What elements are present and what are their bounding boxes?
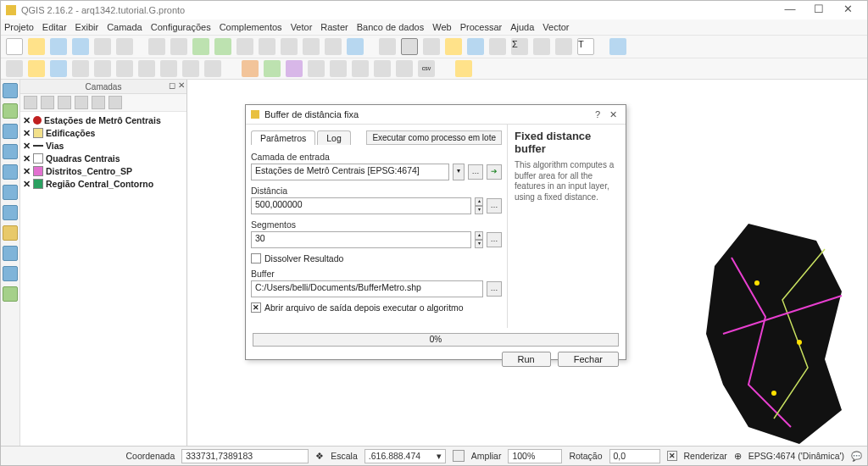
- layer-row[interactable]: ✕Vias: [22, 139, 185, 152]
- add-postgis-icon[interactable]: [3, 124, 18, 139]
- menu-exibir[interactable]: Exibir: [75, 22, 99, 32]
- menu-web[interactable]: Web: [432, 22, 451, 32]
- menu-editar[interactable]: Editar: [42, 22, 67, 32]
- menu-banco[interactable]: Banco de dados: [357, 22, 425, 32]
- maximize-button[interactable]: ☐: [804, 3, 833, 18]
- layer-row[interactable]: ✕Região Central_Contorno: [22, 177, 185, 190]
- new-memory-icon[interactable]: [3, 286, 18, 302]
- node-icon[interactable]: [116, 60, 133, 77]
- python-icon[interactable]: [455, 60, 472, 77]
- segments-options-button[interactable]: …: [487, 232, 502, 247]
- new-icon[interactable]: [6, 38, 23, 55]
- scale-lock-icon[interactable]: [453, 450, 465, 462]
- menu-camada[interactable]: Camada: [107, 22, 142, 32]
- add-csv-icon[interactable]: [3, 225, 18, 241]
- close-dialog-button[interactable]: Fechar: [558, 352, 619, 367]
- zoom-full-icon[interactable]: [236, 38, 253, 55]
- panel-undock-icon[interactable]: ◻ ✕: [169, 80, 185, 90]
- rotation-field[interactable]: 0,0: [609, 449, 660, 463]
- input-layer-select[interactable]: Estações de Metrô Centrais [EPSG:4674]: [251, 164, 449, 180]
- help-icon[interactable]: [609, 38, 626, 55]
- input-layer-dropdown-icon[interactable]: ▾: [453, 164, 465, 180]
- delete-icon[interactable]: [138, 60, 155, 77]
- layer-row[interactable]: ✕Estações de Metrô Centrais: [22, 114, 185, 126]
- tool-icon[interactable]: [555, 38, 572, 55]
- add-wcs-icon[interactable]: [3, 185, 18, 200]
- refresh-icon[interactable]: [347, 38, 364, 55]
- layer-visibility-icon[interactable]: ✕: [22, 153, 31, 164]
- save-edits-icon[interactable]: [50, 60, 67, 77]
- layer-visibility-icon[interactable]: ✕: [22, 128, 31, 138]
- minimize-button[interactable]: —: [776, 3, 804, 18]
- new-shapefile-icon[interactable]: [3, 246, 18, 261]
- layer-icon[interactable]: [374, 60, 391, 77]
- cut-icon[interactable]: [160, 60, 177, 77]
- distance-input[interactable]: 500,000000: [251, 197, 471, 214]
- add-spatialite-icon[interactable]: [3, 144, 18, 159]
- saveas-icon[interactable]: [72, 38, 89, 55]
- menu-config[interactable]: Configurações: [151, 22, 211, 32]
- layer-row[interactable]: ✕Quadras Centrais: [22, 152, 185, 164]
- remove-icon[interactable]: [108, 96, 122, 109]
- expand-icon[interactable]: [75, 96, 88, 109]
- buffer-output-browse-button[interactable]: …: [487, 281, 502, 297]
- magnifier-field[interactable]: 100%: [508, 449, 562, 463]
- dialog-close-button[interactable]: ✕: [605, 109, 620, 120]
- zoom-last-icon[interactable]: [303, 38, 320, 55]
- paste-icon[interactable]: [204, 60, 221, 77]
- menu-ajuda[interactable]: Ajuda: [510, 22, 534, 32]
- save-icon[interactable]: [50, 38, 67, 55]
- move-icon[interactable]: [94, 60, 111, 77]
- menu-complementos[interactable]: Complementos: [220, 22, 282, 32]
- distance-options-button[interactable]: …: [487, 198, 502, 214]
- layer-tool-icon[interactable]: [24, 96, 37, 109]
- pencil-icon[interactable]: [28, 60, 45, 77]
- deselect-icon[interactable]: [423, 38, 440, 55]
- zoom-out-icon[interactable]: [214, 38, 231, 55]
- zoom-layer-icon[interactable]: [259, 38, 275, 55]
- menu-vector[interactable]: Vector: [542, 22, 569, 32]
- tab-log[interactable]: Log: [317, 130, 351, 145]
- distance-spinner[interactable]: ▴▾: [475, 197, 483, 214]
- dialog-help-button[interactable]: ?: [590, 109, 605, 119]
- collapse-icon[interactable]: [92, 96, 105, 109]
- pan-selection-icon[interactable]: [170, 38, 187, 55]
- layer-visibility-icon[interactable]: ✕: [22, 179, 31, 189]
- coord-field[interactable]: 333731,7389183: [181, 449, 309, 463]
- calc-icon[interactable]: [489, 38, 506, 55]
- run-button[interactable]: Run: [502, 352, 551, 367]
- layer-tool-icon[interactable]: [41, 96, 54, 109]
- tool-icon[interactable]: [94, 38, 111, 55]
- buffer-output-input[interactable]: C:/Users/belli/Documents/BufferMetro.shp: [251, 280, 483, 297]
- layer-icon[interactable]: [396, 60, 413, 77]
- layer-visibility-icon[interactable]: ✕: [22, 166, 31, 176]
- menu-projeto[interactable]: Projeto: [4, 22, 34, 32]
- layer-icon[interactable]: [330, 60, 347, 77]
- layer-icon[interactable]: [308, 60, 325, 77]
- messages-icon[interactable]: 💬: [851, 451, 862, 462]
- select-icon[interactable]: [401, 38, 418, 55]
- zoom-next-icon[interactable]: [325, 38, 342, 55]
- render-checkbox[interactable]: ✕: [667, 451, 677, 461]
- segments-spinner[interactable]: ▴▾: [475, 231, 483, 248]
- filter-icon[interactable]: [58, 96, 71, 109]
- input-layer-browse-button[interactable]: …: [468, 164, 483, 180]
- add-wms-icon[interactable]: [3, 164, 18, 180]
- close-button[interactable]: ✕: [833, 3, 862, 18]
- dissolve-checkbox[interactable]: Dissolver Resultado: [251, 253, 502, 264]
- segments-input[interactable]: 30: [251, 231, 471, 248]
- run-batch-button[interactable]: Executar como processo em lote: [366, 130, 502, 145]
- tool-icon[interactable]: [533, 38, 550, 55]
- add-feature-icon[interactable]: [72, 60, 89, 77]
- pan-icon[interactable]: [148, 38, 165, 55]
- layer-icon[interactable]: [352, 60, 369, 77]
- tool-icon[interactable]: [116, 38, 133, 55]
- csv-icon[interactable]: csv: [418, 60, 435, 77]
- add-vector-icon[interactable]: [242, 60, 259, 77]
- layer-row[interactable]: ✕Edificações: [22, 126, 185, 139]
- measure-icon[interactable]: [445, 38, 462, 55]
- add-wfs-icon[interactable]: [3, 205, 18, 220]
- layer-row[interactable]: ✕Distritos_Centro_SP: [22, 164, 185, 177]
- tab-parameters[interactable]: Parâmetros: [251, 130, 315, 145]
- input-layer-iterate-button[interactable]: ➔: [487, 164, 502, 180]
